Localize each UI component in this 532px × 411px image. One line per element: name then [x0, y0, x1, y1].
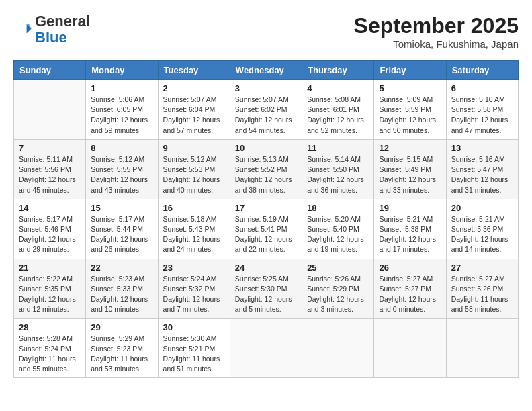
table-row: 25Sunrise: 5:26 AM Sunset: 5:29 PM Dayli…: [302, 259, 374, 318]
day-number: 5: [379, 83, 441, 93]
location-title: Tomioka, Fukushima, Japan: [354, 38, 519, 50]
calendar-week-row: 7Sunrise: 5:11 AM Sunset: 5:56 PM Daylig…: [14, 139, 519, 199]
title-section: September 2025 Tomioka, Fukushima, Japan: [354, 13, 519, 50]
day-info: Sunrise: 5:13 AM Sunset: 5:52 PM Dayligh…: [235, 154, 297, 195]
day-info: Sunrise: 5:11 AM Sunset: 5:56 PM Dayligh…: [19, 154, 81, 195]
day-info: Sunrise: 5:17 AM Sunset: 5:46 PM Dayligh…: [19, 214, 81, 255]
day-info: Sunrise: 5:22 AM Sunset: 5:35 PM Dayligh…: [19, 274, 81, 315]
day-number: 12: [379, 143, 441, 153]
calendar-week-row: 14Sunrise: 5:17 AM Sunset: 5:46 PM Dayli…: [14, 199, 519, 259]
day-number: 21: [19, 263, 81, 273]
day-info: Sunrise: 5:21 AM Sunset: 5:36 PM Dayligh…: [451, 214, 513, 255]
day-number: 15: [91, 203, 152, 213]
col-tuesday: Tuesday: [158, 61, 230, 80]
table-row: 22Sunrise: 5:23 AM Sunset: 5:33 PM Dayli…: [86, 259, 158, 318]
table-row: 5Sunrise: 5:09 AM Sunset: 5:59 PM Daylig…: [374, 80, 446, 140]
table-row: 1Sunrise: 5:06 AM Sunset: 6:05 PM Daylig…: [86, 80, 158, 140]
table-row: 3Sunrise: 5:07 AM Sunset: 6:02 PM Daylig…: [230, 80, 302, 140]
day-info: Sunrise: 5:27 AM Sunset: 5:26 PM Dayligh…: [451, 274, 513, 315]
day-info: Sunrise: 5:07 AM Sunset: 6:02 PM Dayligh…: [235, 95, 297, 136]
table-row: 14Sunrise: 5:17 AM Sunset: 5:46 PM Dayli…: [14, 199, 86, 259]
month-title: September 2025: [354, 13, 519, 38]
day-info: Sunrise: 5:26 AM Sunset: 5:29 PM Dayligh…: [307, 274, 369, 315]
table-row: 24Sunrise: 5:25 AM Sunset: 5:30 PM Dayli…: [230, 259, 302, 318]
table-row: 2Sunrise: 5:07 AM Sunset: 6:04 PM Daylig…: [158, 80, 230, 140]
col-monday: Monday: [86, 61, 158, 80]
day-number: 28: [19, 322, 81, 332]
day-number: 8: [91, 143, 152, 153]
table-row: 30Sunrise: 5:30 AM Sunset: 5:21 PM Dayli…: [158, 318, 230, 378]
calendar-week-row: 1Sunrise: 5:06 AM Sunset: 6:05 PM Daylig…: [14, 80, 519, 140]
day-info: Sunrise: 5:10 AM Sunset: 5:58 PM Dayligh…: [451, 95, 513, 136]
table-row: 23Sunrise: 5:24 AM Sunset: 5:32 PM Dayli…: [158, 259, 230, 318]
day-number: 1: [91, 83, 152, 93]
table-row: 16Sunrise: 5:18 AM Sunset: 5:43 PM Dayli…: [158, 199, 230, 259]
day-info: Sunrise: 5:25 AM Sunset: 5:30 PM Dayligh…: [235, 274, 297, 315]
day-info: Sunrise: 5:21 AM Sunset: 5:38 PM Dayligh…: [379, 214, 441, 255]
logo-icon: [13, 20, 32, 39]
day-number: 18: [307, 203, 369, 213]
col-thursday: Thursday: [302, 61, 374, 80]
day-number: 2: [163, 83, 225, 93]
day-info: Sunrise: 5:12 AM Sunset: 5:53 PM Dayligh…: [163, 154, 225, 195]
day-number: 13: [451, 143, 513, 153]
day-info: Sunrise: 5:15 AM Sunset: 5:49 PM Dayligh…: [379, 154, 441, 195]
table-row: 27Sunrise: 5:27 AM Sunset: 5:26 PM Dayli…: [446, 259, 518, 318]
day-number: 20: [451, 203, 513, 213]
day-number: 14: [19, 203, 81, 213]
table-row: 7Sunrise: 5:11 AM Sunset: 5:56 PM Daylig…: [14, 139, 86, 199]
logo-general: General: [35, 13, 90, 30]
table-row: 15Sunrise: 5:17 AM Sunset: 5:44 PM Dayli…: [86, 199, 158, 259]
day-number: 24: [235, 263, 297, 273]
table-row: 20Sunrise: 5:21 AM Sunset: 5:36 PM Dayli…: [446, 199, 518, 259]
day-number: 6: [451, 83, 513, 93]
table-row: 19Sunrise: 5:21 AM Sunset: 5:38 PM Dayli…: [374, 199, 446, 259]
col-friday: Friday: [374, 61, 446, 80]
table-row: [374, 318, 446, 378]
table-row: 26Sunrise: 5:27 AM Sunset: 5:27 PM Dayli…: [374, 259, 446, 318]
calendar-header-row: Sunday Monday Tuesday Wednesday Thursday…: [14, 61, 519, 80]
day-info: Sunrise: 5:20 AM Sunset: 5:40 PM Dayligh…: [307, 214, 369, 255]
day-number: 17: [235, 203, 297, 213]
day-number: 23: [163, 263, 225, 273]
day-number: 25: [307, 263, 369, 273]
day-info: Sunrise: 5:29 AM Sunset: 5:23 PM Dayligh…: [91, 334, 152, 375]
page-header: General Blue September 2025 Tomioka, Fuk…: [13, 13, 519, 50]
day-info: Sunrise: 5:24 AM Sunset: 5:32 PM Dayligh…: [163, 274, 225, 315]
table-row: 28Sunrise: 5:28 AM Sunset: 5:24 PM Dayli…: [14, 318, 86, 378]
day-info: Sunrise: 5:08 AM Sunset: 6:01 PM Dayligh…: [307, 95, 369, 136]
table-row: [14, 80, 86, 140]
table-row: [446, 318, 518, 378]
day-number: 3: [235, 83, 297, 93]
day-number: 4: [307, 83, 369, 93]
day-number: 9: [163, 143, 225, 153]
table-row: 13Sunrise: 5:16 AM Sunset: 5:47 PM Dayli…: [446, 139, 518, 199]
day-info: Sunrise: 5:06 AM Sunset: 6:05 PM Dayligh…: [91, 95, 152, 136]
day-info: Sunrise: 5:30 AM Sunset: 5:21 PM Dayligh…: [163, 334, 225, 375]
table-row: 12Sunrise: 5:15 AM Sunset: 5:49 PM Dayli…: [374, 139, 446, 199]
day-info: Sunrise: 5:14 AM Sunset: 5:50 PM Dayligh…: [307, 154, 369, 195]
calendar-week-row: 28Sunrise: 5:28 AM Sunset: 5:24 PM Dayli…: [14, 318, 519, 378]
day-number: 11: [307, 143, 369, 153]
day-number: 7: [19, 143, 81, 153]
col-sunday: Sunday: [14, 61, 86, 80]
table-row: 10Sunrise: 5:13 AM Sunset: 5:52 PM Dayli…: [230, 139, 302, 199]
day-info: Sunrise: 5:27 AM Sunset: 5:27 PM Dayligh…: [379, 274, 441, 315]
table-row: 4Sunrise: 5:08 AM Sunset: 6:01 PM Daylig…: [302, 80, 374, 140]
table-row: [230, 318, 302, 378]
table-row: 21Sunrise: 5:22 AM Sunset: 5:35 PM Dayli…: [14, 259, 86, 318]
table-row: 9Sunrise: 5:12 AM Sunset: 5:53 PM Daylig…: [158, 139, 230, 199]
logo: General Blue: [13, 13, 90, 46]
table-row: 18Sunrise: 5:20 AM Sunset: 5:40 PM Dayli…: [302, 199, 374, 259]
day-info: Sunrise: 5:09 AM Sunset: 5:59 PM Dayligh…: [379, 95, 441, 136]
day-number: 10: [235, 143, 297, 153]
table-row: 29Sunrise: 5:29 AM Sunset: 5:23 PM Dayli…: [86, 318, 158, 378]
day-info: Sunrise: 5:28 AM Sunset: 5:24 PM Dayligh…: [19, 334, 81, 375]
day-info: Sunrise: 5:07 AM Sunset: 6:04 PM Dayligh…: [163, 95, 225, 136]
day-info: Sunrise: 5:23 AM Sunset: 5:33 PM Dayligh…: [91, 274, 152, 315]
day-number: 27: [451, 263, 513, 273]
day-number: 30: [163, 322, 225, 332]
logo-blue: Blue: [35, 29, 67, 46]
day-number: 16: [163, 203, 225, 213]
day-info: Sunrise: 5:18 AM Sunset: 5:43 PM Dayligh…: [163, 214, 225, 255]
